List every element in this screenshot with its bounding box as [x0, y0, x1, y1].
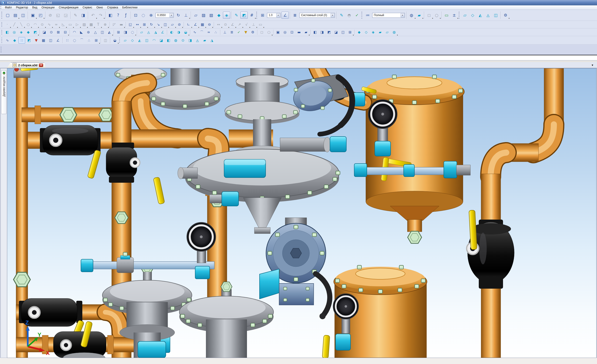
shaded-with-edges-icon[interactable]: ◈ [223, 12, 230, 19]
tolerance-icon[interactable]: ± [451, 12, 458, 19]
plane-b-icon[interactable]: ◇ [363, 29, 369, 35]
plane-angled-icon[interactable]: ◇ [469, 12, 476, 19]
plane-tangent-face-icon[interactable]: ◮ [208, 37, 215, 44]
circle-icon[interactable]: ○ [25, 22, 31, 28]
menu-editor[interactable]: Редактор [14, 6, 30, 9]
toolbar-grip[interactable] [1, 38, 3, 43]
thicken-boss-icon[interactable]: ◩ [32, 29, 39, 35]
array-along-curve-icon[interactable]: ⌒ [78, 37, 85, 44]
layers-icon[interactable]: ≣ [291, 12, 298, 19]
rotate-view-icon[interactable]: ↻ [175, 12, 182, 19]
plane-projection-icon[interactable]: ◨ [187, 37, 194, 44]
plane-normal-curve-icon[interactable]: ◪ [158, 37, 165, 44]
measure-angle-icon[interactable]: ∠ [192, 22, 199, 28]
measure-area-icon[interactable]: ▦ [199, 22, 206, 28]
aux-point-icon[interactable]: ∠ [159, 29, 166, 35]
simplified-display-icon[interactable]: ◩ [240, 12, 248, 19]
leader-icon[interactable]: ↗ [236, 22, 243, 28]
plane-a-icon[interactable]: ◆ [356, 29, 362, 35]
wireframe-icon[interactable]: ▱ [192, 12, 199, 19]
surface-tool-icon[interactable]: ◆ [11, 37, 18, 44]
menu-view[interactable]: Вид [30, 6, 39, 9]
zoom-in-out-icon[interactable]: ⊕ [147, 12, 155, 19]
rotate-object-icon[interactable]: ↻ [148, 22, 155, 28]
plane-3points-icon[interactable]: ◇ [129, 37, 136, 44]
plane-middle-icon[interactable]: ◫ [143, 37, 150, 44]
zoom-to-fit-icon[interactable]: ⊡ [132, 12, 139, 19]
valve-handle-yellow[interactable] [322, 335, 330, 358]
extrude-boss-icon[interactable]: ◧ [4, 29, 10, 35]
hidden-thin-icon[interactable]: ▧ [208, 12, 215, 19]
toolbar-grip[interactable] [361, 12, 363, 19]
continuous-input-icon[interactable]: ◸ [111, 22, 118, 28]
redo-icon[interactable]: ↷ [97, 12, 104, 19]
current-layer-combo[interactable]: Системный слой (0)▼ [299, 13, 335, 18]
plane-tangent-icon[interactable]: ◭ [477, 12, 484, 19]
scale-body-icon[interactable]: ◨ [319, 29, 325, 35]
undo-icon[interactable]: ↶ [89, 12, 96, 19]
spline-3d-icon[interactable]: ∿ [4, 37, 11, 44]
pattern-body-icon[interactable]: ◫ [340, 29, 346, 35]
collect-contour-icon[interactable]: ⊕ [102, 22, 109, 28]
viewport-canvas[interactable]: Z X Y [7, 68, 596, 358]
zoom-area-icon[interactable]: ◌ [140, 12, 147, 19]
print-preview-icon[interactable]: ◰ [37, 12, 44, 19]
array-grid-icon[interactable]: ∷ [64, 37, 71, 44]
filter-solids-icon[interactable]: ▼ [243, 29, 249, 35]
mirror-object-icon[interactable]: ◫ [162, 22, 169, 28]
normal-to-icon[interactable]: ⊥ [221, 29, 228, 35]
segment-icon[interactable]: ╲ [18, 22, 24, 28]
auto-dimension-icon[interactable]: ▭ [443, 12, 450, 19]
menu-specification[interactable]: Спецификация [57, 6, 80, 9]
ellipse-icon[interactable]: ⊙ [39, 22, 46, 28]
insert-part-icon[interactable]: ◻ [259, 29, 265, 35]
fill-area-icon[interactable]: ▩ [88, 22, 94, 28]
trim-object-icon[interactable]: ⊘ [176, 22, 183, 28]
array-by-table-icon[interactable]: ⊞ [93, 37, 100, 44]
menu-file[interactable]: Файл [3, 6, 14, 9]
dome-feature-icon[interactable]: ◒ [111, 37, 118, 44]
plane-c-icon[interactable]: ◈ [370, 29, 376, 35]
rebuild-assembly-icon[interactable]: # [248, 12, 255, 19]
draft-icon[interactable]: △ [92, 29, 99, 35]
section-display-icon[interactable]: ✎ [233, 12, 240, 19]
aux-axis-icon[interactable]: ◬ [145, 29, 152, 35]
plane-f-icon[interactable]: ◍ [391, 29, 397, 35]
construction-axis-icon[interactable]: ◬ [484, 12, 492, 19]
move-object-icon[interactable]: ↔ [134, 22, 141, 28]
plane-at-angle-icon[interactable]: ◭ [136, 37, 143, 44]
format-brush-icon[interactable]: ✎ [72, 12, 79, 19]
cut-sweep-icon[interactable]: ⊠ [55, 29, 62, 35]
aux-plane-icon[interactable]: ▱ [138, 29, 145, 35]
curve-icon[interactable]: ≈ [53, 22, 59, 28]
plane-through-edge-icon[interactable]: ◠ [151, 37, 157, 44]
fx-variables-icon[interactable]: ƒ [122, 12, 129, 19]
point-group-icon[interactable]: ∴ [212, 29, 219, 35]
dim-linear-icon[interactable]: ↔ [215, 22, 222, 28]
plane-through-vertex-icon[interactable]: ◫ [492, 12, 499, 19]
insert-assembly-icon[interactable]: ○ [266, 29, 272, 35]
plane-parallel-icon[interactable]: ◧ [165, 37, 172, 44]
measure-3d-icon[interactable]: ⊞ [347, 29, 353, 35]
verify-model-icon[interactable]: ✓ [236, 29, 242, 35]
mass-properties-icon[interactable]: ⊖ [206, 22, 213, 28]
round-hole-icon[interactable]: ⊚ [85, 29, 92, 35]
array-by-points-icon[interactable]: ∴ [86, 37, 92, 44]
plane-d-icon[interactable]: ▰ [377, 29, 383, 35]
dim-angular-icon[interactable]: ∠ [229, 22, 236, 28]
tolerance-frame-icon[interactable]: ▭ [257, 22, 264, 28]
orientation-icon[interactable]: ⊥ [182, 12, 190, 19]
toolbar-grip[interactable] [459, 12, 460, 19]
spec-table-icon[interactable]: ▦ [40, 37, 47, 44]
properties-window-icon[interactable]: ◨ [79, 12, 87, 19]
wireframe-hidden-removed-icon[interactable]: ▨ [200, 12, 207, 19]
loft-boss-icon[interactable]: ◆ [25, 29, 31, 35]
pipe-jumper[interactable] [22, 106, 113, 124]
menu-libraries[interactable]: Библиотеки [120, 6, 140, 9]
model-tree-structure-icon[interactable]: ≔ [364, 12, 371, 19]
chamfer-icon[interactable]: ◣ [78, 29, 85, 35]
save-document-icon[interactable]: ◫ [19, 12, 27, 19]
menu-help[interactable]: Справка [105, 6, 120, 9]
paste-icon[interactable]: ◲ [62, 12, 69, 19]
dock-grip[interactable] [1, 47, 2, 53]
